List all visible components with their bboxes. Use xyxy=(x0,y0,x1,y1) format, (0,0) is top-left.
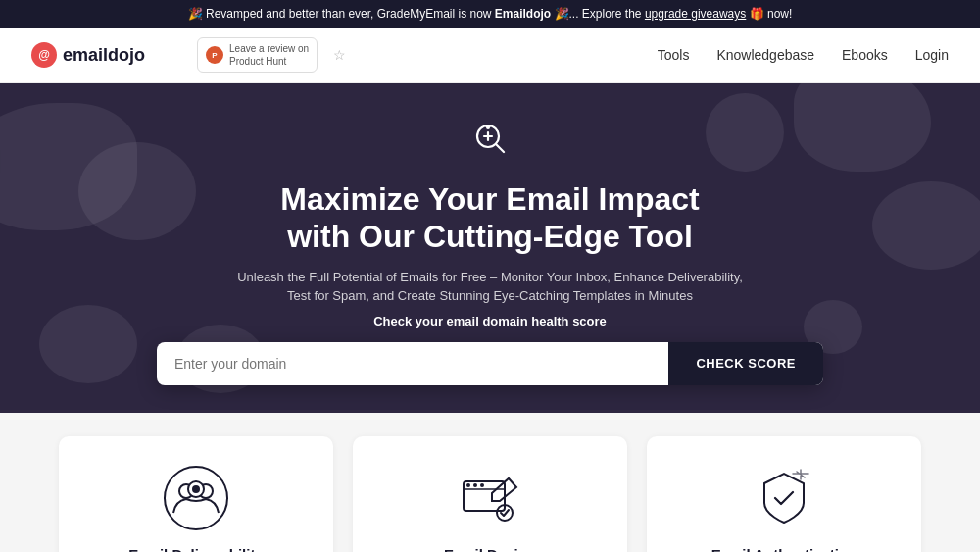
banner-brand-name: Emaildojo xyxy=(495,7,551,21)
top-banner: 🎉 Revamped and better than ever, GradeMy… xyxy=(0,0,980,28)
svg-point-12 xyxy=(473,483,477,487)
header: @ emaildojo P Leave a review onProduct H… xyxy=(0,28,980,83)
hero-title: Maximize Your Email Impact with Our Cutt… xyxy=(20,180,960,256)
card-design-title: Email Design xyxy=(376,546,604,552)
nav-login[interactable]: Login xyxy=(915,47,949,63)
svg-point-13 xyxy=(480,483,484,487)
product-hunt-icon: P xyxy=(206,46,223,64)
logo-icon: @ xyxy=(31,42,57,68)
card-design: Email Design Top Email Design Tools for … xyxy=(353,436,627,552)
product-hunt-label: Leave a review onProduct Hunt xyxy=(229,42,309,68)
main-nav: Tools Knowledgebase Ebooks Login xyxy=(658,47,949,63)
product-hunt-badge[interactable]: P Leave a review onProduct Hunt xyxy=(197,37,318,73)
domain-search-bar: CHECK SCORE xyxy=(157,342,823,385)
card-authentication: Email Authentication Top Email Authentic… xyxy=(647,436,921,552)
logo-text: emaildojo xyxy=(63,45,145,66)
banner-text-end: 🎁 now! xyxy=(746,7,792,21)
svg-point-8 xyxy=(192,485,200,493)
hero-section: Maximize Your Email Impact with Our Cutt… xyxy=(0,83,980,413)
card-deliverability: Email Deliverability Best Email Delivera… xyxy=(59,436,333,552)
upgrade-giveaways-link[interactable]: upgrade giveaways xyxy=(645,7,746,21)
hero-title-line1: Maximize Your Email Impact xyxy=(280,181,699,217)
domain-input[interactable] xyxy=(157,342,668,385)
design-icon xyxy=(456,464,524,532)
hero-cta-text: Check your email domain health score xyxy=(20,314,960,328)
header-divider xyxy=(171,40,172,70)
hero-subtitle: Unleash the Full Potential of Emails for… xyxy=(235,268,745,306)
nav-knowledgebase[interactable]: Knowledgebase xyxy=(716,47,814,63)
card-deliverability-title: Email Deliverability xyxy=(82,546,310,552)
svg-point-11 xyxy=(466,483,470,487)
authentication-icon xyxy=(750,464,818,532)
nav-ebooks[interactable]: Ebooks xyxy=(842,47,888,63)
nav-tools[interactable]: Tools xyxy=(658,47,690,63)
feature-cards-section: Email Deliverability Best Email Delivera… xyxy=(0,413,980,552)
hero-icon xyxy=(20,119,960,167)
hero-title-line2: with Our Cutting-Edge Tool xyxy=(287,219,693,254)
banner-text-before: 🎉 Revamped and better than ever, GradeMy… xyxy=(188,7,495,21)
check-score-button[interactable]: CHECK SCORE xyxy=(668,342,823,385)
deliverability-icon xyxy=(162,464,230,532)
banner-text-after: 🎉... Explore the xyxy=(551,7,645,21)
logo[interactable]: @ emaildojo xyxy=(31,42,145,68)
logo-area: @ emaildojo P Leave a review onProduct H… xyxy=(31,37,346,73)
star-icon: ☆ xyxy=(333,47,346,63)
card-authentication-title: Email Authentication xyxy=(670,546,898,552)
